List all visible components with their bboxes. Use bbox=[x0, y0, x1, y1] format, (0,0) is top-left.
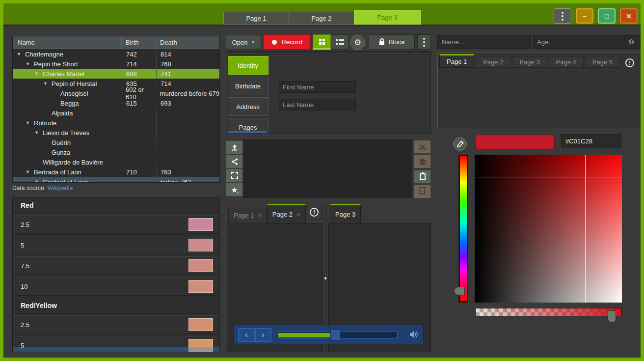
alpha-slider-handle[interactable] bbox=[608, 310, 616, 323]
doc-tab-page3[interactable]: Page 3 bbox=[330, 204, 361, 223]
tree-row[interactable]: ▼Caribert of Laonbefore 762 bbox=[13, 177, 219, 183]
column-header-birth[interactable]: Birth bbox=[122, 36, 156, 49]
seek-slider[interactable] bbox=[277, 332, 398, 339]
record-button[interactable]: Record bbox=[263, 34, 311, 50]
color-item-swatch bbox=[188, 218, 213, 231]
right-tab-page4[interactable]: Page 4 bbox=[549, 56, 584, 68]
tree-row[interactable]: ▼Liévin de Trèves bbox=[13, 128, 219, 138]
tree-cell-name: Guérin bbox=[13, 138, 122, 147]
tree-row[interactable]: Alpaida bbox=[13, 108, 219, 118]
settings-button[interactable]: ⚙ bbox=[350, 35, 365, 50]
right-tab-page2[interactable]: Page 2 bbox=[476, 56, 510, 68]
volume-button[interactable] bbox=[409, 330, 418, 341]
data-source-label: Data source: bbox=[12, 185, 46, 192]
tree-row[interactable]: ▼Pepin of Herstal635714 bbox=[13, 79, 219, 88]
copy-button bbox=[414, 155, 431, 168]
add-favorite-button[interactable]: ★+ bbox=[226, 183, 243, 196]
color-list-item[interactable]: 7.5 bbox=[13, 256, 219, 275]
column-header-death[interactable]: Death bbox=[156, 36, 219, 49]
tree-cell-death: 714 bbox=[156, 79, 219, 88]
tree-row[interactable]: Gunza bbox=[13, 147, 219, 157]
window-menu-button[interactable] bbox=[554, 8, 571, 24]
paste-button[interactable] bbox=[414, 170, 431, 184]
previous-button[interactable]: ‹ bbox=[238, 328, 255, 342]
maximize-button[interactable]: □ bbox=[598, 8, 616, 24]
tree-cell-name: Alpaida bbox=[13, 108, 122, 118]
tree-row[interactable]: Guérin bbox=[13, 138, 219, 147]
lock-button[interactable]: Bloca bbox=[369, 34, 415, 50]
minimize-button[interactable]: – bbox=[576, 8, 593, 24]
copy-icon bbox=[420, 159, 426, 165]
doc-tab-page1[interactable]: Page 1× bbox=[228, 207, 267, 223]
expander-arrow-icon[interactable]: ▼ bbox=[34, 179, 41, 183]
form-tab-birthdate[interactable]: Birthdate bbox=[228, 77, 268, 95]
tree-row[interactable]: ▼Charlemagne742814 bbox=[13, 49, 219, 59]
smiley-icon[interactable]: ☺ bbox=[627, 37, 635, 46]
attention-button-left[interactable]: ! bbox=[307, 205, 322, 220]
star-plus-icon: ★+ bbox=[231, 186, 238, 194]
expander-arrow-icon[interactable]: ▼ bbox=[26, 169, 32, 174]
name-input[interactable] bbox=[437, 35, 531, 49]
hue-slider-handle[interactable] bbox=[454, 287, 465, 295]
alpha-slider[interactable] bbox=[475, 308, 622, 316]
expander-arrow-icon[interactable]: ▼ bbox=[34, 130, 41, 135]
expander-arrow-icon[interactable]: ▼ bbox=[26, 120, 32, 125]
list-view-toggle[interactable] bbox=[331, 34, 349, 50]
hex-color-input[interactable] bbox=[561, 134, 621, 148]
tree-row[interactable]: ▼Pepin the Short714768 bbox=[13, 59, 219, 69]
fullscreen-button[interactable] bbox=[226, 168, 243, 182]
hue-slider[interactable] bbox=[458, 155, 468, 303]
expander-arrow-icon[interactable]: ▼ bbox=[43, 81, 50, 86]
tree-row[interactable]: Begga615693 bbox=[13, 98, 219, 108]
tab-close-icon[interactable]: × bbox=[296, 211, 300, 218]
tree-row[interactable]: ▼Rotrude bbox=[13, 118, 219, 128]
saturation-value-area[interactable] bbox=[475, 155, 622, 303]
toolbar-menu-button[interactable] bbox=[417, 34, 431, 50]
trash-icon bbox=[420, 189, 425, 194]
color-list-item[interactable]: 2.5 bbox=[13, 215, 219, 234]
form-tab-strip: IdentityBirthdateAddressPages bbox=[228, 56, 268, 134]
tree-cell-name: Gunza bbox=[13, 147, 122, 157]
expander-arrow-icon[interactable]: ▼ bbox=[26, 61, 32, 66]
tree-row[interactable]: Ansegisel602 or 610murdered before 679 bbox=[13, 88, 219, 98]
color-list-item[interactable]: 5 bbox=[13, 236, 219, 254]
eyedropper-button[interactable] bbox=[453, 137, 467, 151]
attention-button-right[interactable]: ! bbox=[622, 56, 637, 70]
close-button[interactable]: ✕ bbox=[620, 8, 638, 24]
upload-button[interactable] bbox=[226, 140, 243, 154]
wikipedia-link[interactable]: Wikipedia bbox=[47, 185, 73, 192]
tree-cell-death bbox=[156, 108, 219, 118]
expand-icon bbox=[231, 172, 238, 179]
grid-view-toggle[interactable] bbox=[313, 34, 331, 50]
titlebar-tab-page2[interactable]: Page 2 bbox=[289, 12, 354, 25]
open-dropdown-button[interactable]: Open ▼ bbox=[226, 35, 261, 50]
next-button[interactable]: › bbox=[255, 328, 271, 342]
last-name-field[interactable] bbox=[279, 99, 356, 111]
share-button[interactable] bbox=[226, 155, 243, 168]
color-item-label: 10 bbox=[21, 283, 27, 290]
form-tab-identity[interactable]: Identity bbox=[228, 56, 268, 75]
color-list-item[interactable]: 2.5 bbox=[13, 315, 219, 334]
seek-slider-handle[interactable] bbox=[330, 329, 341, 341]
right-tab-page5[interactable]: Page 5 bbox=[585, 56, 620, 68]
right-tab-page1[interactable]: Page 1 bbox=[439, 54, 474, 68]
tree-cell-name: Begga bbox=[13, 98, 122, 108]
color-list-item[interactable]: 10 bbox=[13, 277, 219, 296]
right-tab-page3[interactable]: Page 3 bbox=[512, 56, 547, 68]
tab-close-icon[interactable]: × bbox=[258, 212, 262, 219]
form-tab-address[interactable]: Address bbox=[228, 97, 268, 116]
titlebar-tab-page1[interactable]: Page 1 bbox=[223, 12, 289, 25]
column-header-name[interactable]: Name bbox=[13, 36, 122, 49]
doc-tab-page2[interactable]: Page 2× bbox=[267, 204, 306, 223]
tree-row[interactable]: ▼Bertrada of Laon710783 bbox=[13, 167, 219, 177]
expander-arrow-icon[interactable]: ▼ bbox=[34, 71, 41, 76]
expander-arrow-icon[interactable]: ▼ bbox=[17, 52, 23, 56]
tree-row[interactable]: Willigarde de Bavière bbox=[13, 157, 219, 167]
age-input[interactable] bbox=[533, 35, 642, 49]
lock-label: Bloca bbox=[389, 38, 405, 46]
tree-row[interactable]: ▼Charles Martel688741 bbox=[13, 69, 219, 79]
first-name-field[interactable] bbox=[279, 81, 356, 93]
scroll-overshoot-indicator bbox=[13, 347, 219, 352]
titlebar-tab-page3[interactable]: Page 3 bbox=[354, 10, 421, 25]
tree-cell-name: Ansegisel bbox=[13, 88, 121, 98]
